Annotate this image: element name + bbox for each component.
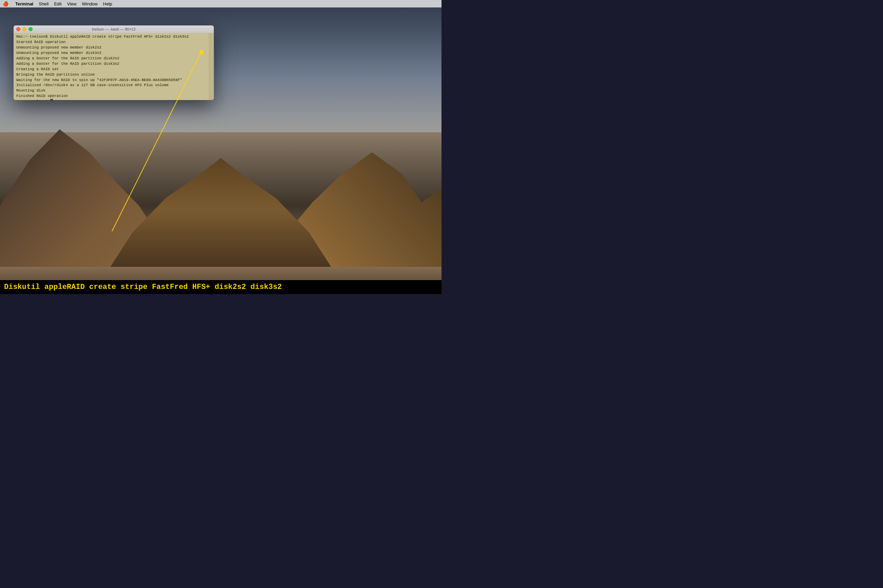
terminal-line-7: Bringing the RAID partitions online bbox=[16, 72, 211, 78]
annotation-text: Diskutil appleRAID create stripe FastFre… bbox=[4, 283, 438, 291]
terminal-line-1: Started RAID operation bbox=[16, 40, 211, 45]
terminal-title: tnelson — -bash — 80×13 bbox=[92, 27, 135, 31]
menu-shell[interactable]: Shell bbox=[39, 2, 48, 6]
terminal-line-3: Unmounting proposed new member disk3s2 bbox=[16, 51, 211, 56]
terminal-cursor bbox=[50, 99, 53, 100]
terminal-window: tnelson — -bash — 80×13 Mac:~ tnelson$ D… bbox=[14, 26, 214, 100]
maximize-button[interactable] bbox=[29, 27, 33, 31]
mountain-center bbox=[110, 152, 331, 267]
minimize-button[interactable] bbox=[23, 27, 27, 31]
terminal-line-9: Initialized /dev/rdisk4 as a 127 GB case… bbox=[16, 83, 211, 88]
terminal-prompt: Mac:~ tnelson$ bbox=[16, 99, 211, 100]
annotation-dot bbox=[200, 50, 204, 54]
terminal-line-10: Mounting disk bbox=[16, 88, 211, 94]
terminal-line-4: Adding a booter for the RAID partition d… bbox=[16, 56, 211, 62]
terminal-line-0: Mac:~ tnelson$ Diskutil appleRAID create… bbox=[16, 34, 211, 40]
close-button[interactable] bbox=[16, 27, 20, 31]
terminal-line-11: Finished RAID operation bbox=[16, 94, 211, 99]
apple-menu[interactable]: 🍎 bbox=[3, 1, 9, 6]
menu-terminal[interactable]: Terminal bbox=[15, 2, 33, 6]
annotation-bar: Diskutil appleRAID create stripe FastFre… bbox=[0, 280, 441, 294]
menu-view[interactable]: View bbox=[67, 2, 77, 6]
terminal-scrollbar[interactable] bbox=[209, 33, 213, 100]
terminal-body[interactable]: Mac:~ tnelson$ Diskutil appleRAID create… bbox=[14, 33, 214, 100]
terminal-titlebar: tnelson — -bash — 80×13 bbox=[14, 26, 214, 33]
menu-window[interactable]: Window bbox=[82, 2, 98, 6]
terminal-line-8: Waiting for the new RAID to spin up "42F… bbox=[16, 78, 211, 83]
menu-help[interactable]: Help bbox=[103, 2, 112, 6]
menubar: 🍎 Terminal Shell Edit View Window Help bbox=[0, 0, 441, 8]
terminal-line-2: Unmounting proposed new member disk2s2 bbox=[16, 45, 211, 51]
terminal-line-6: Creating a RAID set bbox=[16, 67, 211, 72]
menu-edit[interactable]: Edit bbox=[54, 2, 62, 6]
terminal-line-5: Adding a booter for the RAID partition d… bbox=[16, 62, 211, 67]
mountains bbox=[0, 76, 441, 267]
